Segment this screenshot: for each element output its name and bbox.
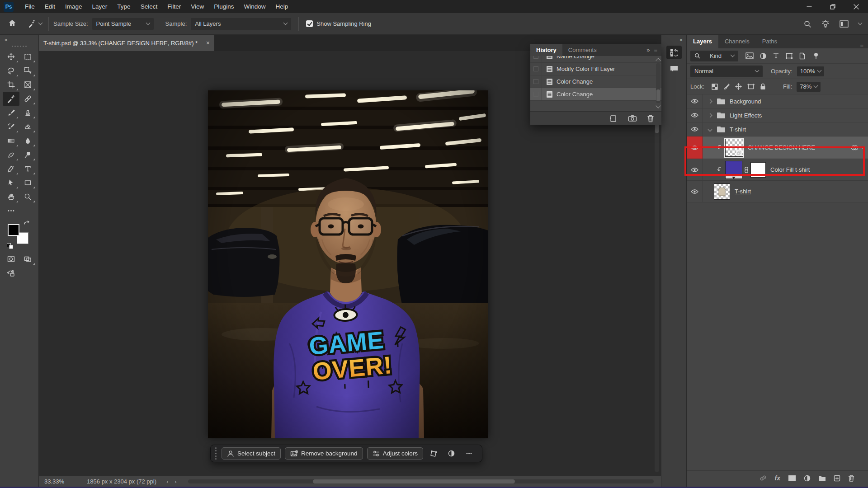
layer-mask-thumbnail[interactable] <box>750 162 766 178</box>
history-source-well[interactable] <box>530 88 542 100</box>
clone-stamp-tool[interactable] <box>19 106 36 120</box>
document-photo[interactable]: GAME OVER! <box>208 90 488 438</box>
lock-artboard-icon[interactable] <box>747 84 755 90</box>
menu-select[interactable]: Select <box>136 0 163 13</box>
history-scroll-thumb[interactable] <box>656 89 660 101</box>
pen-tool[interactable] <box>3 162 19 176</box>
history-state-partial[interactable]: Name Change <box>530 56 661 63</box>
layer-row-background-group[interactable]: Background <box>687 94 868 108</box>
tab-channels[interactable]: Channels <box>718 35 756 48</box>
visibility-toggle[interactable] <box>687 122 703 136</box>
canvas-horizontal-scrollbar[interactable] <box>188 479 654 483</box>
brush-tool[interactable] <box>3 106 19 120</box>
group-expand-icon[interactable] <box>708 99 712 103</box>
filter-toggle-icon[interactable] <box>813 52 819 60</box>
history-scrollbar[interactable] <box>655 58 661 108</box>
crop-tool[interactable] <box>3 78 19 92</box>
lock-transparency-icon[interactable] <box>712 84 718 90</box>
quick-mask-button[interactable] <box>3 252 19 266</box>
discover-lightbulb-icon[interactable] <box>821 20 830 28</box>
visibility-toggle[interactable] <box>687 181 703 202</box>
remove-background-button[interactable]: Remove background <box>285 447 363 460</box>
default-colors-icon[interactable] <box>7 243 14 249</box>
lasso-tool[interactable] <box>3 64 19 78</box>
tool-preset-chevron-icon[interactable] <box>38 21 43 25</box>
healing-brush-tool[interactable] <box>19 92 36 106</box>
history-source-well[interactable] <box>530 63 542 75</box>
object-selection-tool[interactable] <box>19 64 36 78</box>
current-tool-eyedropper[interactable] <box>28 19 42 28</box>
smart-object-thumbnail[interactable] <box>725 139 743 157</box>
tab-comments[interactable]: Comments <box>562 44 603 56</box>
edit-toolbar-ellipsis[interactable] <box>3 204 19 218</box>
workspace-chevron-icon[interactable] <box>858 21 863 25</box>
status-next-icon[interactable]: › <box>166 478 168 485</box>
layer-row-tshirt-group[interactable]: T-shirt <box>687 122 868 136</box>
tab-close-icon[interactable]: × <box>206 39 210 47</box>
path-selection-tool[interactable] <box>3 176 19 190</box>
gradient-tool[interactable] <box>3 134 19 148</box>
tools-collapse-icon[interactable]: « <box>0 35 38 43</box>
show-sampling-ring-checkbox[interactable] <box>306 20 313 27</box>
menu-type[interactable]: Type <box>112 0 135 13</box>
tab-layers[interactable]: Layers <box>687 35 718 48</box>
smudge-tool[interactable] <box>3 148 19 162</box>
layer-row-tshirt-base[interactable]: T-shirt <box>687 181 868 202</box>
dodge-tool[interactable] <box>19 148 36 162</box>
swap-colors-icon[interactable] <box>23 220 31 227</box>
tools-drag-handle[interactable] <box>10 46 28 48</box>
comments-panel-icon[interactable] <box>666 62 682 75</box>
visibility-toggle[interactable] <box>687 159 703 180</box>
blend-mode-dropdown[interactable]: Normal <box>690 66 763 77</box>
transform-button[interactable] <box>427 447 441 460</box>
sample-size-dropdown[interactable]: Point Sample <box>92 18 154 30</box>
menu-edit[interactable]: Edit <box>40 0 60 13</box>
minimize-button[interactable] <box>797 0 821 13</box>
color-fill-thumbnail[interactable] <box>725 161 742 176</box>
filter-shape-layers-icon[interactable] <box>785 52 793 59</box>
group-collapse-icon[interactable] <box>708 127 712 131</box>
new-snapshot-camera-icon[interactable] <box>628 114 637 122</box>
blur-tool[interactable] <box>19 134 36 148</box>
mask-link-icon[interactable] <box>744 166 749 174</box>
eraser-tool[interactable] <box>19 120 36 134</box>
delete-layer-trash-icon[interactable] <box>848 474 854 482</box>
tab-paths[interactable]: Paths <box>756 35 783 48</box>
add-layer-mask-icon[interactable] <box>788 475 796 481</box>
lock-position-icon[interactable] <box>735 83 742 90</box>
sample-dropdown[interactable]: All Layers <box>191 18 291 30</box>
visibility-toggle[interactable] <box>687 136 703 159</box>
eyedropper-tool[interactable] <box>3 92 19 106</box>
type-tool[interactable] <box>19 162 36 176</box>
filter-smart-objects-icon[interactable] <box>799 52 806 60</box>
frame-tool[interactable] <box>19 78 36 92</box>
history-panel-menu-icon[interactable]: ≡ <box>654 47 657 53</box>
layers-panel-menu-icon[interactable]: ≡ <box>860 42 868 48</box>
restore-button[interactable] <box>821 0 844 13</box>
filter-type-layers-icon[interactable] <box>773 52 779 59</box>
status-prev-icon[interactable]: ‹ <box>175 478 176 485</box>
screen-mode-button[interactable] <box>19 252 36 266</box>
scroll-up-icon[interactable] <box>656 58 660 63</box>
new-layer-icon[interactable] <box>834 475 840 482</box>
layer-thumbnail[interactable] <box>714 183 730 200</box>
zoom-tool[interactable] <box>19 190 36 204</box>
layer-row-change-design-here[interactable]: CHANGE DESIGN HERE <box>687 136 868 159</box>
menu-window[interactable]: Window <box>239 0 270 13</box>
taskbar-drag-handle[interactable] <box>215 447 217 460</box>
linked-smart-object-icon[interactable] <box>850 145 859 151</box>
menu-plugins[interactable]: Plugins <box>209 0 239 13</box>
filter-adjustment-layers-icon[interactable] <box>760 52 767 60</box>
horizontal-scroll-thumb[interactable] <box>313 479 515 483</box>
marquee-tool[interactable] <box>19 50 36 64</box>
workspace-switcher-icon[interactable] <box>840 20 849 28</box>
delete-state-trash-icon[interactable] <box>647 114 654 122</box>
search-icon[interactable] <box>803 20 811 28</box>
new-group-folder-icon[interactable] <box>818 475 826 481</box>
layer-row-color-fill-tshirt[interactable]: Color Fill t-shirt <box>687 159 868 181</box>
visibility-toggle[interactable] <box>687 108 703 122</box>
history-state-selected[interactable]: Color Change <box>530 88 661 101</box>
group-expand-icon[interactable] <box>708 113 712 117</box>
adjustment-preset-button[interactable] <box>445 447 458 460</box>
close-button[interactable] <box>844 0 868 13</box>
